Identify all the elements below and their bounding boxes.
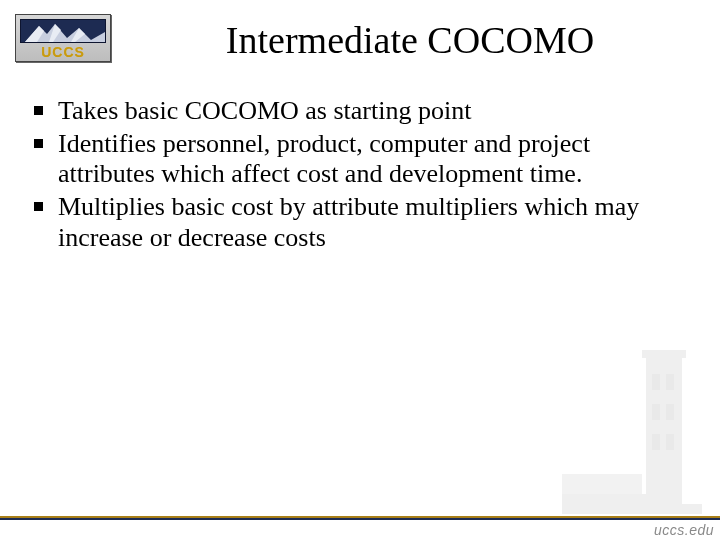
bullet-item: Multiplies basic cost by attribute multi… bbox=[30, 192, 670, 253]
tower-watermark-icon bbox=[562, 344, 702, 514]
footer-url: uccs.edu bbox=[654, 522, 714, 538]
svg-rect-7 bbox=[640, 504, 702, 514]
bullet-text: Takes basic COCOMO as starting point bbox=[58, 96, 471, 125]
svg-rect-17 bbox=[620, 474, 636, 494]
svg-rect-8 bbox=[652, 374, 660, 390]
svg-rect-15 bbox=[572, 474, 588, 494]
bullet-item: Takes basic COCOMO as starting point bbox=[30, 96, 670, 127]
slide: UCCS Intermediate COCOMO Takes basic COC… bbox=[0, 0, 720, 540]
svg-rect-6 bbox=[642, 350, 686, 358]
svg-rect-12 bbox=[652, 434, 660, 450]
svg-rect-5 bbox=[646, 354, 682, 504]
bullet-text: Multiplies basic cost by attribute multi… bbox=[58, 192, 639, 252]
slide-title: Intermediate COCOMO bbox=[130, 18, 690, 62]
svg-rect-10 bbox=[652, 404, 660, 420]
uccs-logo: UCCS bbox=[15, 14, 111, 62]
slide-body: Takes basic COCOMO as starting point Ide… bbox=[30, 96, 670, 255]
svg-rect-14 bbox=[562, 494, 652, 514]
logo-text: UCCS bbox=[16, 44, 110, 60]
svg-marker-18 bbox=[562, 474, 642, 494]
svg-rect-16 bbox=[596, 474, 612, 494]
bullet-item: Identifies personnel, product, computer … bbox=[30, 129, 670, 190]
svg-rect-11 bbox=[666, 404, 674, 420]
mountain-icon bbox=[20, 19, 106, 43]
footer-divider bbox=[0, 516, 720, 518]
bullet-text: Identifies personnel, product, computer … bbox=[58, 129, 590, 189]
svg-rect-9 bbox=[666, 374, 674, 390]
svg-rect-13 bbox=[666, 434, 674, 450]
